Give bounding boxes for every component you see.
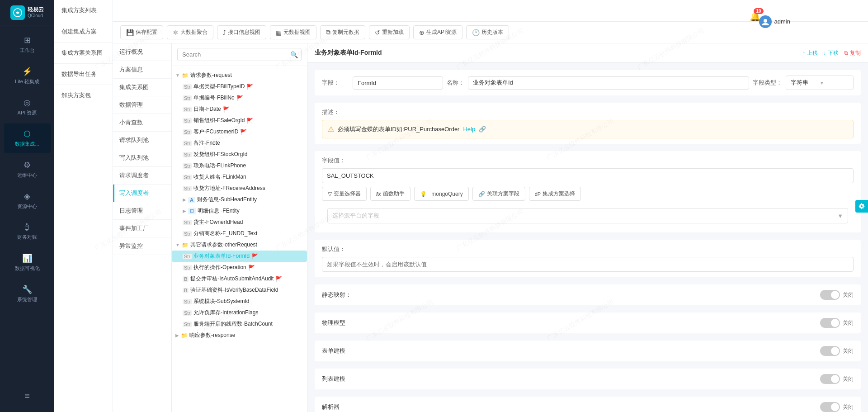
tree-node-billtype[interactable]: Str 单据类型-FBillTypeID 🚩	[172, 81, 307, 92]
toolbar-meta[interactable]: ▦ 元数据视图	[270, 25, 316, 39]
tree-node-stockorg[interactable]: Str 发货组织-FStockOrgId	[172, 149, 307, 160]
list-model-toggle[interactable]: 关闭	[820, 374, 854, 384]
third-nav-log[interactable]: 日志管理	[113, 202, 171, 220]
user-area[interactable]: admin	[759, 15, 790, 28]
third-nav-relation[interactable]: 集成关系图	[113, 79, 171, 96]
toggle-off-text: 关闭	[843, 347, 854, 355]
tree-node-response[interactable]: ▶ 📁 响应参数-response	[172, 330, 307, 341]
sidebar-label-resource: 资源中心	[17, 203, 37, 210]
related-field-btn[interactable]: 🔗 关联方案字段	[472, 187, 525, 201]
action-copy[interactable]: ⧉ 复制	[844, 49, 861, 57]
second-nav-list[interactable]: 集成方案列表	[54, 0, 113, 21]
sidebar-menu-btn[interactable]: ≡	[0, 385, 54, 407]
action-move-down[interactable]: ↓ 下移	[823, 49, 839, 57]
help-link[interactable]: Help	[463, 126, 475, 133]
mongo-label: _mongoQuery	[429, 191, 463, 197]
third-nav-req-scheduler[interactable]: 请求调度者	[113, 167, 171, 185]
third-nav-data-mgmt[interactable]: 数据管理	[113, 96, 171, 114]
sidebar-label-ops: 运维中心	[17, 172, 37, 179]
second-nav-create[interactable]: 创建集成方案	[54, 21, 113, 43]
tree-node-phone[interactable]: Str 联系电话-FLinkPhone	[172, 160, 307, 171]
toolbar-interface[interactable]: ⤴ 接口信息视图	[217, 25, 266, 39]
toolbar-copy-meta[interactable]: ⧉ 复制元数据	[320, 25, 365, 39]
third-nav-req-queue[interactable]: 请求队列池	[113, 132, 171, 149]
related-label: 关联方案字段	[487, 190, 519, 198]
sidebar-item-system[interactable]: 🔧 系统管理	[4, 279, 51, 308]
toolbar-reload[interactable]: ↺ 重新加载	[369, 25, 410, 39]
tree-node-other-request[interactable]: ▼ 📁 其它请求参数-otherRequest	[172, 239, 307, 251]
settings-edge-btn[interactable]	[855, 200, 868, 213]
sidebar-item-resource[interactable]: ◈ 资源中心	[4, 186, 51, 215]
third-nav-exception[interactable]: 异常监控	[113, 237, 171, 255]
sidebar-item-data[interactable]: ⬡ 数据集成...	[4, 123, 51, 153]
third-nav-write-scheduler[interactable]: 写入调度者	[113, 185, 171, 202]
toolbar-save[interactable]: 💾 保存配置	[120, 25, 163, 39]
sidebar-item-ops[interactable]: ⚙ 运维中心	[4, 155, 51, 184]
action-move-up[interactable]: ↑ 上移	[802, 49, 818, 57]
parser-toggle[interactable]: 关闭	[820, 402, 854, 412]
field-value-input[interactable]	[353, 76, 443, 90]
third-nav-plan-info[interactable]: 方案信息	[113, 61, 171, 79]
external-link-icon[interactable]: 🔗	[479, 126, 486, 133]
type-select[interactable]: 字符串 ▼	[786, 76, 854, 90]
type-badge: Str	[183, 186, 192, 191]
lite-icon: ⚡	[22, 66, 32, 76]
sidebar-label-system: 系统管理	[17, 296, 37, 303]
tree-node-subsystem[interactable]: Str 系统模块-SubSystemId	[172, 296, 307, 307]
tree-node-address[interactable]: Str 收货方地址-FReceiveAddress	[172, 183, 307, 194]
tree-node-verifybase[interactable]: B 验证基础资料-IsVerifyBaseDataField	[172, 284, 307, 296]
sidebar-item-workbench[interactable]: ⊞ 工作台	[4, 30, 51, 59]
mongo-query-btn[interactable]: 💡 _mongoQuery	[414, 187, 469, 201]
second-nav-solution[interactable]: 解决方案包	[54, 85, 113, 106]
tree-node-owner[interactable]: Str 货主-FOwnerIdHead	[172, 217, 307, 228]
tree-node-finance-info[interactable]: ▶ A 财务信息-SubHeadEntity	[172, 194, 307, 205]
folder-icon: 📁	[181, 332, 188, 339]
name-value-input[interactable]	[468, 76, 749, 90]
variable-selector-btn[interactable]: ▽ 变量选择器	[322, 187, 367, 201]
sidebar-item-viz[interactable]: 📊 数据可视化	[4, 248, 51, 277]
toolbar-history[interactable]: 🕐 历史版本	[466, 25, 509, 39]
field-value-text-input[interactable]	[322, 168, 854, 183]
function-helper-btn[interactable]: fx 函数助手	[370, 187, 410, 201]
second-nav-diagram[interactable]: 集成方案关系图	[54, 43, 113, 64]
tree-node-linkman[interactable]: Str 收货人姓名-FLinkMan	[172, 171, 307, 183]
related-icon: 🔗	[478, 191, 485, 197]
static-map-toggle[interactable]: 关闭	[820, 290, 854, 300]
tree-node-batchcount[interactable]: Str 服务端开启的线程数-BatchCount	[172, 318, 307, 330]
tree-node-operation[interactable]: Str 执行的操作-Operation 🚩	[172, 262, 307, 273]
third-nav-event[interactable]: 事件加工厂	[113, 220, 171, 237]
toolbar-gen-api[interactable]: ⊕ 生成API资源	[413, 25, 462, 39]
source-platform-dropdown[interactable]: 选择源平台的字段 ▼	[327, 208, 848, 223]
toolbar-bigdata[interactable]: ⚛ 大数据聚合	[167, 25, 213, 39]
tree-node-billno[interactable]: Str 单据编号-FBillNo 🚩	[172, 92, 307, 104]
tree-node-distributor[interactable]: Str 分销商名称-F_UNDD_Text	[172, 228, 307, 239]
form-model-toggle[interactable]: 关闭	[820, 346, 854, 356]
tree-node-request[interactable]: ▼ 📁 请求参数-request	[172, 70, 307, 81]
default-value-input[interactable]	[322, 257, 854, 272]
third-nav-overview[interactable]: 运行概况	[113, 43, 171, 61]
sidebar-nav: ⊞ 工作台 ⚡ Lite 轻集成 ◎ API 资源 ⬡ 数据集成... ⚙ 运维…	[0, 25, 54, 380]
tree-node-negative-stock[interactable]: Str 允许负库存-InterationFlags	[172, 307, 307, 318]
sidebar-item-lite[interactable]: ⚡ Lite 轻集成	[4, 61, 51, 90]
finance-icon: ₿	[25, 223, 29, 232]
dropdown-arrow-icon: ▼	[820, 81, 849, 85]
second-nav-export[interactable]: 数据导出任务	[54, 64, 113, 85]
type-value: 字符串	[791, 79, 820, 87]
third-nav-query[interactable]: 小青查数	[113, 114, 171, 132]
tree-node-detail-info[interactable]: ▶ ⊞ 明细信息 -FEntity	[172, 205, 307, 217]
tree-node-saleorg[interactable]: Str 销售组织-FSaleOrgId 🚩	[172, 115, 307, 126]
integration-icon: dP	[535, 191, 541, 197]
sidebar-item-finance[interactable]: ₿ 财务对账	[4, 217, 51, 246]
tree-node-date[interactable]: Str 日期-FDate 🚩	[172, 104, 307, 115]
third-nav-write-queue[interactable]: 写入队列池	[113, 149, 171, 167]
tree-node-formid[interactable]: Str 业务对象表单Id-FormId 🚩	[172, 251, 307, 262]
tree-node-remark[interactable]: Str 备注-Fnote	[172, 137, 307, 149]
type-badge: B	[183, 288, 189, 293]
integration-select-btn[interactable]: dP 集成方案选择	[529, 187, 581, 201]
tree-node-customer[interactable]: Str 客户-FCustomerID 🚩	[172, 126, 307, 137]
search-input[interactable]	[177, 48, 302, 61]
physical-model-toggle[interactable]: 关闭	[820, 318, 854, 328]
sidebar-item-api[interactable]: ◎ API 资源	[4, 92, 51, 122]
tree-node-autosubmit[interactable]: B 提交并审核-IsAutoSubmitAndAudit 🚩	[172, 273, 307, 284]
main-content: 🔔 10 admin 💾 保存配置 ⚛ 大数据聚合	[113, 0, 868, 412]
